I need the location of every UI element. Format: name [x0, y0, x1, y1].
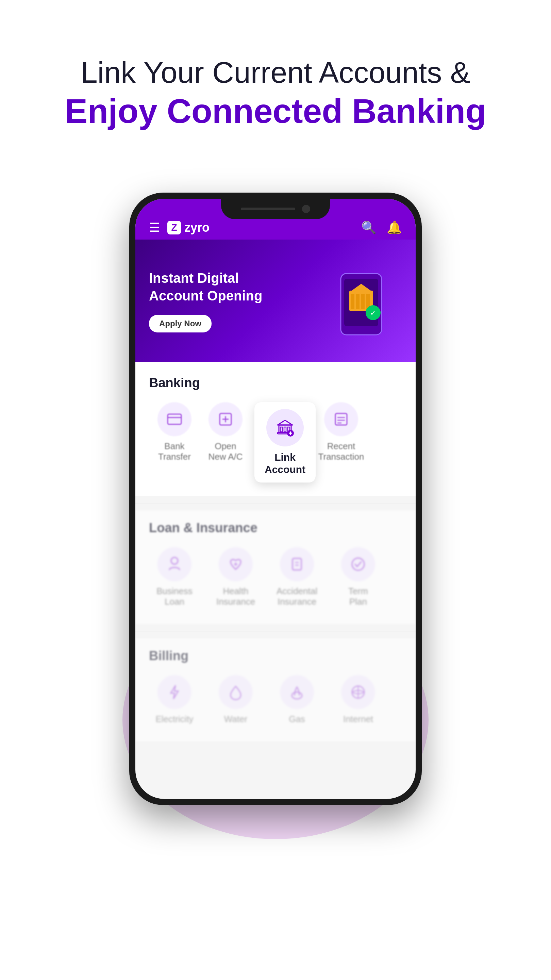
banking-section: Banking BankTransfer: [135, 362, 416, 496]
bank-transfer-svg: [166, 411, 183, 428]
app-logo: Z zyro: [167, 221, 210, 235]
accidental-insurance-item[interactable]: AccidentalInsurance: [272, 547, 322, 607]
internet-icon: [341, 675, 375, 709]
electricity-icon: [157, 675, 192, 709]
accidental-icon: [280, 547, 314, 581]
notch-camera: [302, 205, 310, 213]
header-icons: 🔍 🔔: [361, 221, 402, 235]
recent-transaction-svg: [333, 411, 349, 428]
billing-icons-grid: Electricity Water: [149, 675, 402, 724]
open-ac-svg: [217, 411, 234, 428]
svg-rect-5: [356, 294, 359, 309]
phone-notch: [221, 199, 330, 219]
apply-now-button[interactable]: Apply Now: [149, 315, 211, 332]
banking-section-title: Banking: [149, 375, 402, 390]
accidental-svg: [288, 556, 305, 573]
business-loan-svg: [166, 556, 183, 573]
business-loan-icon: [157, 547, 192, 581]
electricity-item[interactable]: Electricity: [149, 675, 200, 724]
banner-text: Instant DigitalAccount Opening Apply Now: [149, 269, 314, 332]
banner-title: Instant DigitalAccount Opening: [149, 269, 314, 305]
electricity-label: Electricity: [156, 714, 193, 724]
health-insurance-item[interactable]: HealthInsurance: [210, 547, 261, 607]
water-label: Water: [224, 714, 247, 724]
electricity-svg: [166, 684, 183, 701]
open-ac-icon: [208, 402, 243, 436]
billing-section: Billing Electricity: [135, 638, 416, 741]
svg-rect-4: [351, 294, 354, 309]
business-loan-item[interactable]: BusinessLoan: [149, 547, 200, 607]
loan-insurance-section: Loan & Insurance BusinessLoan: [135, 511, 416, 624]
health-insurance-icon: [219, 547, 253, 581]
health-insurance-label: HealthInsurance: [216, 586, 255, 607]
link-account-label: LinkAccount: [265, 451, 305, 476]
hamburger-icon[interactable]: ☰: [149, 221, 160, 235]
link-account-icon: [266, 409, 304, 447]
svg-text:✓: ✓: [370, 309, 376, 317]
water-svg: [227, 684, 244, 701]
svg-marker-15: [278, 420, 292, 425]
open-ac-item[interactable]: OpenNew A/C: [200, 402, 251, 462]
phone-screen: ☰ Z zyro 🔍 🔔 Instant DigitalAccount Open…: [135, 199, 416, 799]
open-ac-label: OpenNew A/C: [208, 441, 243, 462]
svg-point-34: [352, 558, 364, 570]
phone-frame: ☰ Z zyro 🔍 🔔 Instant DigitalAccount Open…: [129, 192, 422, 805]
banner: Instant DigitalAccount Opening Apply Now: [135, 240, 416, 362]
accidental-insurance-label: AccidentalInsurance: [276, 586, 318, 607]
phone-mockup-wrapper: ☰ Z zyro 🔍 🔔 Instant DigitalAccount Open…: [89, 159, 462, 839]
svg-marker-35: [171, 685, 178, 699]
gas-icon: [280, 675, 314, 709]
link-account-svg: [275, 417, 295, 438]
divider-1: [135, 503, 416, 504]
svg-rect-6: [361, 294, 365, 309]
recent-transaction-item[interactable]: RecentTransaction: [316, 402, 367, 462]
business-loan-label: BusinessLoan: [156, 586, 192, 607]
banking-icons-row: BankTransfer OpenNew A/C: [149, 402, 402, 482]
internet-item[interactable]: Internet: [333, 675, 384, 724]
bank-transfer-label: BankTransfer: [158, 441, 191, 462]
bank-transfer-icon: [157, 402, 192, 436]
bank-svg-icon: ✓: [321, 260, 395, 342]
header-line1: Link Your Current Accounts &: [65, 54, 486, 91]
svg-rect-10: [168, 414, 181, 424]
term-plan-item[interactable]: TermPlan: [333, 547, 384, 607]
notch-bar: [241, 208, 295, 210]
gas-item[interactable]: Gas: [272, 675, 322, 724]
svg-point-28: [171, 557, 178, 564]
logo-letter: Z: [167, 221, 181, 234]
divider-2: [135, 631, 416, 632]
health-svg: [227, 556, 244, 573]
internet-svg: [349, 684, 367, 701]
bank-transfer-item[interactable]: BankTransfer: [149, 402, 200, 462]
banner-illustration: ✓: [314, 253, 402, 348]
header-line2: Enjoy Connected Banking: [65, 91, 486, 131]
svg-rect-18: [284, 427, 286, 432]
internet-label: Internet: [343, 714, 373, 724]
loan-section-title: Loan & Insurance: [149, 520, 402, 535]
gas-svg: [288, 684, 305, 701]
recent-transaction-icon: [324, 402, 358, 436]
gas-label: Gas: [289, 714, 305, 724]
billing-section-title: Billing: [149, 649, 402, 663]
water-item[interactable]: Water: [210, 675, 261, 724]
water-icon: [219, 675, 253, 709]
svg-rect-17: [280, 427, 282, 432]
header-section: Link Your Current Accounts & Enjoy Conne…: [65, 54, 486, 131]
recent-transaction-label: RecentTransaction: [318, 441, 364, 462]
term-plan-svg: [349, 556, 367, 573]
app-name: zyro: [184, 221, 210, 235]
bell-icon[interactable]: 🔔: [387, 221, 402, 235]
link-account-item[interactable]: LinkAccount: [254, 402, 316, 482]
loan-icons-grid: BusinessLoan HealthInsurance: [149, 547, 402, 607]
svg-point-36: [292, 692, 302, 699]
term-plan-label: TermPlan: [348, 586, 368, 607]
term-plan-icon: [341, 547, 375, 581]
svg-rect-31: [292, 558, 301, 570]
search-icon[interactable]: 🔍: [361, 221, 376, 235]
